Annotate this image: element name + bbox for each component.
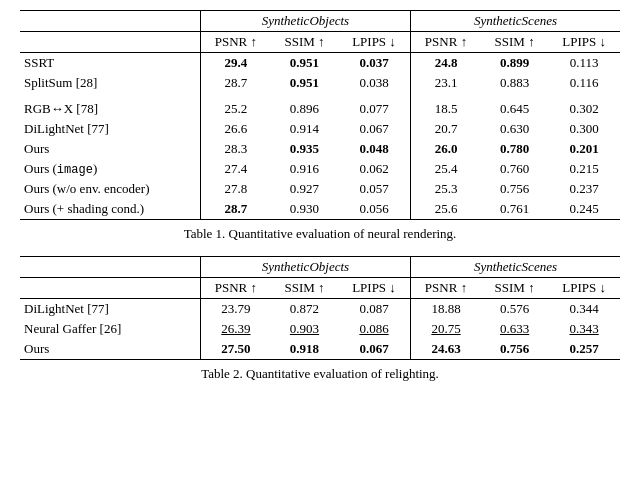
- table1-cell: 0.930: [271, 199, 338, 220]
- table1-cell: 24.8: [410, 53, 481, 74]
- table2-col-ssim2: SSIM ↑: [481, 278, 548, 299]
- table1-cell: 0.077: [338, 93, 410, 119]
- table1-row-label: DiLightNet [77]: [20, 119, 200, 139]
- table2-cell: 0.576: [481, 299, 548, 320]
- table2-group1-header: SyntheticObjects: [200, 257, 410, 278]
- table1-cell: 25.2: [200, 93, 271, 119]
- table1-cell: 25.6: [410, 199, 481, 220]
- table1-cell: 0.927: [271, 179, 338, 199]
- table1-row: Ours (w/o env. encoder)27.80.9270.05725.…: [20, 179, 620, 199]
- table1-cell: 0.116: [548, 73, 620, 93]
- table2-cell: 18.88: [410, 299, 481, 320]
- table1-cell: 0.302: [548, 93, 620, 119]
- table1-cell: 27.4: [200, 159, 271, 179]
- table1-col-psnr2: PSNR ↑: [410, 32, 481, 53]
- table1-col-ssim1: SSIM ↑: [271, 32, 338, 53]
- table1-cell: 29.4: [200, 53, 271, 74]
- table1-cell: 0.237: [548, 179, 620, 199]
- table2-cell: 0.872: [271, 299, 338, 320]
- table1-cell: 0.056: [338, 199, 410, 220]
- table1-cell: 0.896: [271, 93, 338, 119]
- table1-group-header-row: SyntheticObjects SyntheticScenes: [20, 11, 620, 32]
- table1-cell: 20.7: [410, 119, 481, 139]
- table2-col-empty: [20, 278, 200, 299]
- table1-col-ssim2: SSIM ↑: [481, 32, 548, 53]
- table1-cell: 0.645: [481, 93, 548, 119]
- table1-col-header-row: PSNR ↑ SSIM ↑ LPIPS ↓ PSNR ↑ SSIM ↑ LPIP…: [20, 32, 620, 53]
- table1-cell: 28.7: [200, 199, 271, 220]
- table2: SyntheticObjects SyntheticScenes PSNR ↑ …: [20, 256, 620, 360]
- table2-group2-header: SyntheticScenes: [410, 257, 620, 278]
- table2-cell: 0.067: [338, 339, 410, 360]
- table2-cell: 26.39: [200, 319, 271, 339]
- table1-cell: 0.300: [548, 119, 620, 139]
- table2-cell: 23.79: [200, 299, 271, 320]
- table1-row: Ours28.30.9350.04826.00.7800.201: [20, 139, 620, 159]
- table1-col-lpips2: LPIPS ↓: [548, 32, 620, 53]
- table2-cell: 0.086: [338, 319, 410, 339]
- table2-row: Neural Gaffer [26]26.390.9030.08620.750.…: [20, 319, 620, 339]
- table2-cell: 0.903: [271, 319, 338, 339]
- table1-col-psnr1: PSNR ↑: [200, 32, 271, 53]
- table2-cell: 0.257: [548, 339, 620, 360]
- table1-row-label: Ours (image): [20, 159, 200, 179]
- table2-wrapper: SyntheticObjects SyntheticScenes PSNR ↑ …: [20, 256, 620, 360]
- table1-wrapper: SyntheticObjects SyntheticScenes PSNR ↑ …: [20, 10, 620, 220]
- table1-cell: 0.037: [338, 53, 410, 74]
- table2-group-header-row: SyntheticObjects SyntheticScenes: [20, 257, 620, 278]
- table1-cell: 25.4: [410, 159, 481, 179]
- table1-row: Ours (image)27.40.9160.06225.40.7600.215: [20, 159, 620, 179]
- table2-row-label: Ours: [20, 339, 200, 360]
- table1-row-label: Ours: [20, 139, 200, 159]
- table2-col-psnr1: PSNR ↑: [200, 278, 271, 299]
- table1-row: RGB↔X [78]25.20.8960.07718.50.6450.302: [20, 93, 620, 119]
- table1-cell: 0.760: [481, 159, 548, 179]
- table1-group2-header: SyntheticScenes: [410, 11, 620, 32]
- table1-cell: 0.916: [271, 159, 338, 179]
- table1: SyntheticObjects SyntheticScenes PSNR ↑ …: [20, 10, 620, 220]
- table2-cell: 0.633: [481, 319, 548, 339]
- table2-col-lpips1: LPIPS ↓: [338, 278, 410, 299]
- table2-cell: 0.344: [548, 299, 620, 320]
- table1-cell: 0.756: [481, 179, 548, 199]
- table2-col-ssim1: SSIM ↑: [271, 278, 338, 299]
- table1-cell: 0.951: [271, 73, 338, 93]
- table2-row: DiLightNet [77]23.790.8720.08718.880.576…: [20, 299, 620, 320]
- table1-col-lpips1: LPIPS ↓: [338, 32, 410, 53]
- table1-cell: 0.630: [481, 119, 548, 139]
- table1-row-label: Ours (+ shading cond.): [20, 199, 200, 220]
- table1-cell: 26.6: [200, 119, 271, 139]
- table1-cell: 0.914: [271, 119, 338, 139]
- table2-row-label: DiLightNet [77]: [20, 299, 200, 320]
- table1-cell: 0.048: [338, 139, 410, 159]
- table1-cell: 18.5: [410, 93, 481, 119]
- table2-cell: 24.63: [410, 339, 481, 360]
- table1-cell: 25.3: [410, 179, 481, 199]
- table2-col-psnr2: PSNR ↑: [410, 278, 481, 299]
- table2-cell: 27.50: [200, 339, 271, 360]
- table1-cell: 0.245: [548, 199, 620, 220]
- table1-row: Ours (+ shading cond.)28.70.9300.05625.6…: [20, 199, 620, 220]
- table2-cell: 0.087: [338, 299, 410, 320]
- table1-cell: 0.113: [548, 53, 620, 74]
- table1-cell: 26.0: [410, 139, 481, 159]
- table1-cell: 0.935: [271, 139, 338, 159]
- table1-empty-header: [20, 11, 200, 32]
- table1-cell: 0.038: [338, 73, 410, 93]
- table1-row-label: RGB↔X [78]: [20, 93, 200, 119]
- table1-cell: 0.201: [548, 139, 620, 159]
- table1-cell: 27.8: [200, 179, 271, 199]
- table1-row-label: SSRT: [20, 53, 200, 74]
- table1-cell: 0.215: [548, 159, 620, 179]
- table2-empty-header: [20, 257, 200, 278]
- table1-cell: 28.7: [200, 73, 271, 93]
- table2-row-label: Neural Gaffer [26]: [20, 319, 200, 339]
- table2-cell: 0.343: [548, 319, 620, 339]
- table1-cell: 0.062: [338, 159, 410, 179]
- table1-cell: 0.761: [481, 199, 548, 220]
- table1-row: SSRT29.40.9510.03724.80.8990.113: [20, 53, 620, 74]
- table2-cell: 0.756: [481, 339, 548, 360]
- table2-caption: Table 2. Quantitative evaluation of reli…: [20, 366, 620, 382]
- table2-col-header-row: PSNR ↑ SSIM ↑ LPIPS ↓ PSNR ↑ SSIM ↑ LPIP…: [20, 278, 620, 299]
- table1-cell: 28.3: [200, 139, 271, 159]
